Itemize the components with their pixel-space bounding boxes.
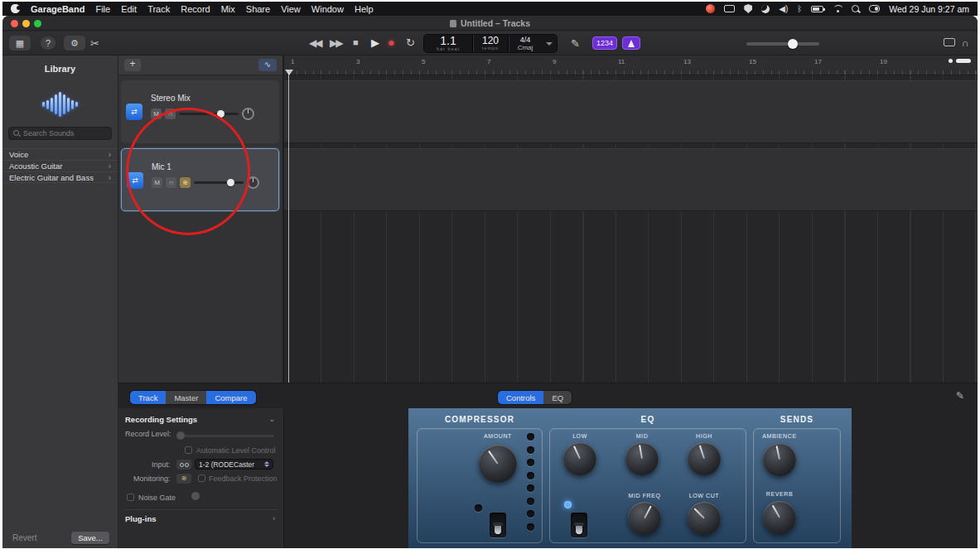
smart-controls-panel: Track Master Compare Controls EQ ✎ Recor… [118,383,978,548]
wifi-icon[interactable] [833,5,842,12]
add-track-button[interactable]: + [124,59,141,71]
timeline-area[interactable]: 1 3 5 7 9 11 13 15 17 19 [284,55,978,383]
moon-icon[interactable] [761,5,770,13]
keyboard-icon[interactable] [724,5,735,12]
master-volume-slider[interactable] [746,42,819,46]
solo-button[interactable]: ∩ [166,177,176,188]
count-in-button[interactable]: 1234 [592,36,617,50]
menu-edit[interactable]: Edit [121,4,137,14]
pencil-icon[interactable]: ✎ [571,38,580,49]
input-source-popup[interactable]: 1-2 (RODECaster [195,459,273,470]
menu-record[interactable]: Record [181,4,210,14]
input-format-button[interactable] [176,460,191,470]
playhead-line[interactable] [288,72,289,383]
eq-switch[interactable] [571,513,587,537]
scissors-icon[interactable]: ✂ [90,38,99,49]
record-button[interactable]: ● [388,36,394,48]
headphones-icon[interactable]: ∩ [962,38,969,48]
tab-compare[interactable]: Compare [206,391,255,404]
forward-button[interactable]: ▶▶ [330,38,341,48]
tab-master[interactable]: Master [166,391,206,404]
battery-icon[interactable] [811,6,823,12]
zoom-slider-dot[interactable] [949,59,953,63]
track-volume-slider[interactable] [179,108,239,119]
ambience-knob[interactable] [763,443,796,476]
save-button[interactable]: Save... [71,532,109,544]
menu-clock[interactable]: Wed 29 Jun 9:27 am [889,4,969,14]
track-lane-mic1[interactable] [284,148,978,211]
noise-gate-checkbox[interactable] [127,494,134,501]
settings-button[interactable]: ⚙ [64,36,85,51]
media-browser-button[interactable]: ▦ [9,36,31,51]
metronome-button[interactable] [622,36,640,50]
menu-file[interactable]: File [95,4,110,14]
bluetooth-icon[interactable]: ᛒ [797,5,802,13]
menu-share[interactable]: Share [246,4,270,14]
zoom-slider-thumb[interactable] [956,59,971,63]
lcd-display[interactable]: 1.1 bar beat 120 tempo 4/4 Cmaj [423,34,558,53]
pan-knob[interactable] [247,176,259,189]
monitoring-button[interactable]: ≋ [176,474,191,484]
menu-view[interactable]: View [281,4,301,14]
shield-icon[interactable] [744,4,752,13]
plugins-header[interactable]: Plug-ins › [118,514,283,526]
tab-eq[interactable]: EQ [543,391,572,404]
input-monitoring-button[interactable]: ≋ [180,177,191,188]
library-item-voice[interactable]: Voice› [2,148,118,160]
eq-low-cut-knob[interactable] [688,502,721,535]
search-icon[interactable] [852,5,860,13]
tab-track[interactable]: Track [130,391,166,404]
library-title: Library [2,64,118,74]
track-header-mic1[interactable]: ⇄ Mic 1 M ∩ ≋ [121,148,279,211]
menu-window[interactable]: Window [311,4,344,14]
track-name[interactable]: Stereo Mix [151,94,191,103]
automation-button[interactable]: ∿ [258,59,277,71]
lcd-chevron[interactable] [542,35,557,52]
playhead-marker[interactable] [285,70,293,75]
auto-level-checkbox[interactable] [185,446,192,454]
track-header-stereo-mix[interactable]: ⇄ Stereo Mix M ∩ [121,80,279,143]
eq-mid-freq-knob[interactable] [628,502,661,535]
tab-controls[interactable]: Controls [498,391,543,404]
control-center-icon[interactable] [869,5,880,12]
library-item-electric-guitar-bass[interactable]: Electric Guitar and Bass› [2,171,118,183]
reverb-knob[interactable] [763,501,796,534]
eq-low-knob[interactable] [563,442,596,475]
menu-app-name[interactable]: GarageBand [31,4,84,14]
display-icon[interactable] [944,38,955,48]
record-level-slider[interactable] [181,435,274,437]
mute-button[interactable]: M [152,177,162,188]
eq-high-knob[interactable] [688,442,721,475]
mute-button[interactable]: M [151,108,162,119]
track-name[interactable]: Mic 1 [152,162,171,171]
recording-settings-header[interactable]: Recording Settings ⌄ [118,415,283,426]
menu-help[interactable]: Help [355,4,374,14]
sound-search-field[interactable] [8,127,112,140]
cycle-button[interactable]: ↻ [406,37,415,48]
menu-mix[interactable]: Mix [221,4,235,14]
timeline-ruler[interactable]: 1 3 5 7 9 11 13 15 17 19 [284,55,978,75]
play-button[interactable]: ▶ [371,37,379,48]
quick-help-button[interactable]: ? [41,36,56,50]
compressor-switch[interactable] [490,513,506,537]
solo-button[interactable]: ∩ [165,108,176,119]
volume-icon[interactable]: ◀) [779,5,788,13]
rewind-button[interactable]: ◀◀ [309,38,321,48]
library-item-acoustic-guitar[interactable]: Acoustic Guitar› [2,160,118,171]
pencil-icon[interactable]: ✎ [956,390,964,402]
menu-track[interactable]: Track [147,4,170,14]
pan-knob[interactable] [242,108,254,120]
status-app-icon[interactable] [706,4,715,13]
track-lane-stereo-mix[interactable] [284,80,978,143]
record-level-knob[interactable] [176,431,185,440]
amount-knob[interactable] [479,445,517,483]
master-volume-knob[interactable] [788,39,798,49]
eq-mid-knob[interactable] [625,442,659,475]
track-volume-slider[interactable] [194,177,244,188]
feedback-checkbox[interactable] [198,475,205,482]
search-input[interactable] [23,129,107,137]
apple-menu-icon[interactable] [11,4,20,13]
stop-button[interactable]: ■ [353,38,359,47]
noise-gate-knob[interactable] [191,492,200,500]
revert-button[interactable]: Revert [12,533,36,542]
